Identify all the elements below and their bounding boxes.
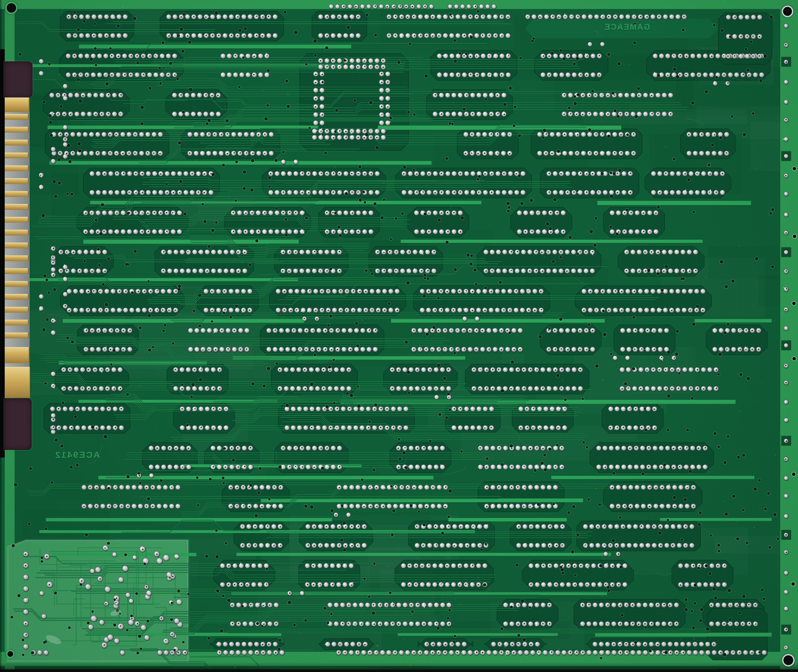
etched-part-number-text: ACE9412 — [52, 450, 102, 460]
gold-finger — [5, 127, 29, 133]
tooling-hole — [792, 302, 796, 305]
gold-contact-bar-wide — [5, 347, 29, 363]
tooling-hole — [793, 235, 796, 238]
gold-finger — [5, 255, 29, 261]
tooling-hole — [793, 167, 796, 170]
edge-connector — [5, 98, 30, 398]
mounting-hole — [784, 655, 793, 665]
gold-finger — [5, 114, 29, 120]
gold-finger — [5, 191, 29, 197]
gold-finger — [5, 243, 29, 248]
gold-contact-block-top — [5, 98, 29, 112]
mounting-hole — [8, 651, 13, 657]
gold-finger — [5, 165, 29, 171]
pcb-texture-canvas — [0, 0, 798, 672]
scanner-background: GAMEACE ACE9412 — [0, 0, 798, 672]
tooling-hole — [792, 357, 796, 360]
gold-finger — [5, 217, 29, 222]
tooling-hole — [792, 472, 795, 476]
connector-notch-top — [4, 61, 32, 98]
gold-finger — [5, 268, 29, 274]
gold-finger — [5, 281, 29, 287]
connector-notch-bottom — [4, 398, 32, 450]
gold-finger — [5, 140, 29, 146]
mounting-hole — [783, 7, 792, 16]
mounting-hole — [6, 3, 16, 13]
gold-finger — [5, 204, 29, 210]
gold-finger — [5, 178, 29, 184]
tooling-hole — [792, 582, 795, 586]
gold-finger — [5, 152, 29, 158]
etched-brand-text: GAMEACE — [607, 22, 650, 32]
gold-finger — [5, 320, 29, 325]
gold-finger — [5, 333, 29, 338]
scanner-edge-gap — [0, 49, 5, 458]
pcb-board: GAMEACE ACE9412 — [0, 0, 798, 672]
gold-finger — [5, 294, 29, 300]
gold-finger — [5, 307, 29, 313]
gold-finger — [5, 230, 29, 235]
gold-contact-bar-wide — [5, 367, 30, 398]
